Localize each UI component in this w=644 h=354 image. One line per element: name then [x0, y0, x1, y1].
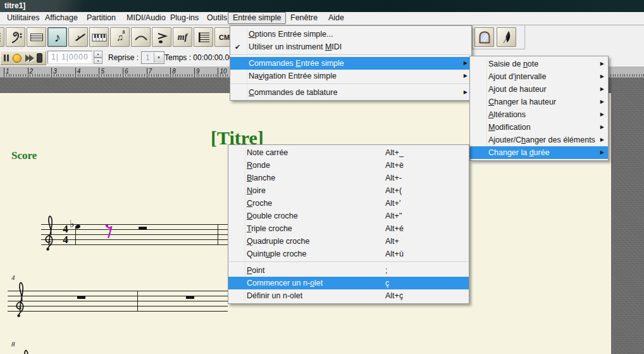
menu-item-label: Définir un n-olet [247, 291, 302, 300]
staff-tool-button[interactable] [194, 27, 213, 47]
chevron-down-icon[interactable]: ▼ [154, 53, 163, 63]
tuplet-button[interactable]: 3♫ [110, 27, 130, 47]
menu-item-label: Changer la durée [488, 148, 550, 157]
simple-entry-button[interactable]: ♪ [47, 27, 67, 47]
articulation-button[interactable] [152, 27, 171, 47]
menu-item-ronde[interactable]: RondeAlt+è [228, 159, 469, 172]
ruler-mark: 6 [123, 68, 128, 77]
treble-clef-icon [18, 348, 34, 354]
menu-item-alterations[interactable]: Altérations▶ [470, 108, 608, 121]
expression-mf-button[interactable]: mf [173, 27, 192, 47]
menu-item-shortcut: Alt+ [385, 235, 399, 248]
menu-item-ajout-d-intervalle[interactable]: Ajout d'intervalle▶ [470, 70, 608, 83]
menu-item-commencer-un-n-olet[interactable]: Commencer un n-oletç [228, 277, 469, 289]
keyboard-button[interactable] [89, 27, 109, 47]
simple-entry-icon: ♪ [54, 31, 61, 44]
menu-item-quintuple-croche[interactable]: Quintuple crocheAlt+ù [228, 248, 469, 260]
menubar-item-plug-ins[interactable]: Plug-ins [166, 13, 203, 23]
time-signature: 44 [61, 224, 70, 245]
ruler-mark: 4 [75, 68, 81, 77]
title-bar: titre1] [0, 0, 644, 12]
menu-changer-la-duree: Note carréeAlt+_RondeAlt+èBlancheAlt+-No… [228, 144, 469, 304]
reprise-dropdown[interactable]: 1 ▼ [141, 51, 164, 64]
menu-item-label: Navigation Entrée simple [249, 72, 337, 80]
playback-controls [0, 51, 46, 65]
menu-item-point[interactable]: Point; [228, 264, 469, 277]
menu-item-blanche[interactable]: BlancheAlt+- [228, 172, 469, 184]
measure-number: 8 [11, 340, 15, 348]
stop-button[interactable] [37, 53, 42, 63]
menu-item-saisie-de-note[interactable]: Saisie de note▶ [470, 58, 608, 70]
ruler-mark: 3 [51, 68, 57, 77]
articulation-icon [154, 30, 170, 45]
menu-item-shortcut: ç [385, 277, 389, 289]
menu-item-utiliser-un-instrument-midi[interactable]: ✔Utiliser un instrument MIDI [230, 41, 471, 53]
menu-item-quadruple-croche[interactable]: Quadruple crocheAlt+ [228, 235, 469, 248]
menu-item-navigation-entree-simple[interactable]: Navigation Entrée simple▶ [230, 70, 471, 82]
staff-system-2[interactable] [8, 291, 228, 312]
record-button[interactable] [13, 54, 22, 63]
menu-item-changer-la-hauteur[interactable]: Changer la hauteur▶ [470, 96, 608, 108]
tuplet-icon: 3♫ [116, 32, 123, 42]
window-title: titre1] [4, 0, 25, 12]
menu-item-options-entree-simple[interactable]: Options Entrée simple... [230, 28, 471, 41]
play-button[interactable] [25, 54, 33, 62]
barline [218, 224, 218, 245]
menubar-item-midi-audio[interactable]: MIDI/Audio [122, 13, 170, 23]
staff-edge-button[interactable] [0, 27, 4, 47]
pause-button[interactable] [4, 54, 9, 61]
menu-item-ajouter-changer-des-elements[interactable]: Ajouter/Changer des éléments▶ [470, 134, 608, 146]
menu-item-label: Modification [488, 123, 531, 132]
spinner-down-icon[interactable]: ▼ [94, 58, 102, 65]
submenu-arrow-icon: ▶ [464, 70, 468, 82]
menu-item-label: Ajouter/Changer des éléments [488, 136, 595, 144]
menu-item-label: Point [247, 266, 265, 275]
menu-item-label: Triple croche [247, 224, 292, 233]
menu-item-label: Utiliser un instrument MIDI [249, 42, 342, 51]
menubar-item-entree-simple[interactable]: Entrée simple [228, 12, 286, 24]
ruler-mark: 9 [194, 68, 200, 77]
menu-item-label: Quadruple croche [247, 237, 309, 246]
menu-commandes-entree-simple: Saisie de note▶Ajout d'intervalle▶Ajout … [469, 56, 609, 161]
grace-note-icon: ♪ [76, 32, 81, 42]
menu-item-shortcut: Alt+ç [385, 289, 403, 302]
grace-note-button[interactable]: ♪ [68, 27, 88, 47]
menu-item-shortcut: Alt+ù [385, 248, 404, 260]
entry-cursor-eighth-rest [105, 223, 113, 240]
menubar-item-partition[interactable]: Partition [82, 13, 120, 23]
menu-item-triple-croche[interactable]: Triple crocheAlt+é [228, 222, 469, 235]
menubar-item-utilitaires[interactable]: Utilitaires [3, 13, 44, 23]
menubar-item-fenetre[interactable]: Fenêtre [286, 13, 322, 23]
menu-item-note-carree[interactable]: Note carréeAlt+_ [228, 146, 469, 159]
menu-item-modification[interactable]: Modification▶ [470, 121, 608, 134]
spinner-up-icon[interactable]: ▲ [94, 51, 102, 58]
menubar-item-aide[interactable]: Aide [324, 13, 349, 23]
menu-entree-simple: Options Entrée simple...✔Utiliser un ins… [230, 25, 472, 101]
menu-item-double-croche[interactable]: Double crocheAlt+" [228, 210, 469, 222]
menu-item-label: Ronde [247, 161, 270, 170]
measure-tool-button[interactable] [27, 27, 46, 47]
menu-item-label: Options Entrée simple... [249, 30, 333, 39]
submenu-arrow-icon: ▶ [600, 108, 604, 121]
menu-item-changer-la-duree[interactable]: Changer la durée▶ [470, 146, 608, 159]
treble-clef-icon [13, 280, 29, 319]
position-spinner[interactable]: ▲ ▼ [94, 51, 102, 64]
menu-item-definir-un-n-olet[interactable]: Définir un n-oletAlt+ç [228, 289, 469, 302]
expression-mf-icon: mf [178, 32, 188, 42]
bass-clef-button[interactable] [6, 27, 25, 47]
ruler-mark: 8 [170, 68, 176, 77]
slur-button[interactable] [131, 27, 151, 47]
menu-item-ajout-de-hauteur[interactable]: Ajout de hauteur▶ [470, 83, 608, 96]
menu-item-commandes-de-tablature[interactable]: Commandes de tablature▶ [230, 86, 471, 99]
menu-item-label: Quintuple croche [247, 250, 307, 258]
menu-item-noire[interactable]: NoireAlt+( [228, 184, 469, 197]
mirror-button[interactable] [474, 27, 494, 47]
staff-tool-icon [196, 30, 211, 45]
position-field[interactable]: 1| 1|0000 [47, 51, 92, 64]
menu-item-croche[interactable]: CrocheAlt+' [228, 197, 469, 210]
menu-item-commandes-entree-simple[interactable]: Commandes Entrée simple▶ [230, 57, 471, 70]
speedy-entry-button[interactable] [497, 27, 516, 47]
menu-item-label: Commandes de tablature [249, 88, 337, 97]
speedy-entry-icon [499, 30, 514, 45]
menubar-item-affichage[interactable]: Affichage [40, 13, 82, 23]
